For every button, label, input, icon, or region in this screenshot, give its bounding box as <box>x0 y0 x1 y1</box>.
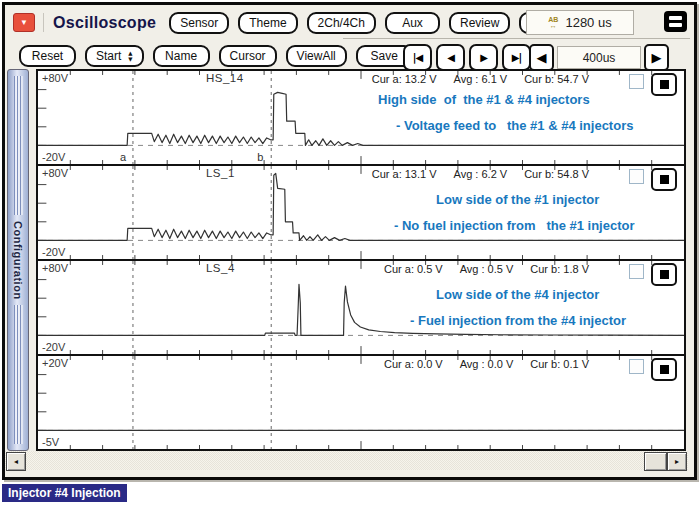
scroll-right-icon[interactable]: ▸ <box>667 452 687 471</box>
channel-4[interactable]: +20V Cur a: 0.0 V Avg : 0.0 V Cur b: 0.1… <box>38 356 684 451</box>
annotation-line: - No fuel injection from the #1 injector <box>394 218 635 233</box>
channel-checkbox[interactable] <box>629 264 644 279</box>
cursor-b-value: Cur b: 0.1 V <box>530 358 589 370</box>
cursor-a-value: Cur a: 13.2 V <box>372 73 437 85</box>
skip-end-button[interactable]: ▶| <box>502 44 531 71</box>
start-button[interactable]: Start▲▼ <box>85 45 144 67</box>
measurement-readout: Cur a: 0.0 V Avg : 0.0 V Cur b: 0.1 V <box>384 358 589 370</box>
channel-2-ls1[interactable]: +80V LS_1 Cur a: 13.1 V Avg : 6.2 V Cur … <box>38 166 684 261</box>
skip-start-button[interactable]: |◀ <box>403 44 432 71</box>
step-back-button[interactable]: ◀ <box>436 44 465 71</box>
cursor-a-value: Cur a: 13.1 V <box>372 168 437 180</box>
aux-button[interactable]: Aux <box>385 12 440 34</box>
ab-time-readout: AB↔ 1280 us <box>526 10 634 35</box>
channel-1-hs14[interactable]: +80V HS_14 Cur a: 13.2 V Avg : 6.1 V Cur… <box>38 71 684 166</box>
measurement-readout: Cur a: 13.1 V Avg : 6.2 V Cur b: 54.8 V <box>372 168 589 180</box>
toolbar-bottom: Reset Start▲▼ Name Cursor ViewAll Save <box>19 43 422 69</box>
v-max-label: +20V <box>42 357 68 369</box>
avg-value: Avg : 6.1 V <box>454 73 508 85</box>
reset-button[interactable]: Reset <box>19 45 76 67</box>
v-max-label: +80V <box>42 167 68 179</box>
ab-measure-icon: AB↔ <box>548 17 558 29</box>
cursor-a-value: Cur a: 0.5 V <box>384 263 443 275</box>
status-badge: Injector #4 Injection <box>2 484 127 502</box>
tab-ridge <box>14 305 23 444</box>
cursor-button[interactable]: Cursor <box>219 45 277 67</box>
timebase-value: 400us <box>557 46 641 69</box>
timebase-selector: ◀ 400us ▶ <box>529 44 669 71</box>
channel-name: LS_4 <box>206 262 235 274</box>
sidebar-label: Configuration <box>12 221 24 300</box>
channel-enable-button[interactable] <box>651 358 677 381</box>
cursor-b-value: Cur b: 1.8 V <box>530 263 589 275</box>
v-min-label: -20V <box>42 341 65 353</box>
spinner-icon[interactable]: ▲▼ <box>128 50 132 62</box>
channel-enable-button[interactable] <box>651 263 677 286</box>
scroll-left-icon[interactable]: ◂ <box>6 452 26 471</box>
v-max-label: +80V <box>42 262 68 274</box>
channel-3-ls4[interactable]: +80V LS_4 Cur a: 0.5 V Avg : 0.5 V Cur b… <box>38 261 684 356</box>
theme-button[interactable]: Theme <box>238 12 297 34</box>
v-max-label: +80V <box>42 72 68 84</box>
sensor-button[interactable]: Sensor <box>169 12 229 34</box>
playback-controls: |◀ ◀ ▶ ▶| <box>403 44 531 71</box>
avg-value: Avg : 6.2 V <box>454 168 508 180</box>
page-title: Oscilloscope <box>53 14 156 32</box>
tab-ridge <box>14 76 23 215</box>
channel-checkbox[interactable] <box>629 169 644 184</box>
v-min-label: -20V <box>42 151 65 163</box>
annotation-line: - Fuel injection from the #4 injector <box>410 313 626 328</box>
window-list-icon[interactable] <box>664 11 687 32</box>
cursor-b-value: Cur b: 54.8 V <box>524 168 589 180</box>
channel-name: LS_1 <box>206 167 235 179</box>
measurement-readout: Cur a: 13.2 V Avg : 6.1 V Cur b: 54.7 V <box>372 73 589 85</box>
cursor-a-value: Cur a: 0.0 V <box>384 358 443 370</box>
channel-checkbox[interactable] <box>629 359 644 374</box>
channel-enable-button[interactable] <box>651 73 677 96</box>
timebase-increase-button[interactable]: ▶ <box>644 44 669 71</box>
channel-name: HS_14 <box>206 72 244 84</box>
annotation-line: - Voltage feed to the #1 & #4 injectors <box>396 118 633 133</box>
ab-time-value: 1280 us <box>565 15 611 30</box>
oscilloscope-window: ▼ Oscilloscope Sensor Theme 2Ch/4Ch Aux … <box>2 2 697 480</box>
v-min-label: -20V <box>42 246 65 258</box>
avg-value: Avg : 0.0 V <box>460 358 514 370</box>
sidebar-configuration-tab[interactable]: Configuration <box>7 69 29 451</box>
measurement-readout: Cur a: 0.5 V Avg : 0.5 V Cur b: 1.8 V <box>384 263 589 275</box>
cursor-b-value: Cur b: 54.7 V <box>524 73 589 85</box>
name-button[interactable]: Name <box>153 45 210 67</box>
app-menu-icon[interactable]: ▼ <box>13 13 35 32</box>
divider <box>43 13 44 32</box>
annotation-line: Low side of the #4 injector <box>436 287 599 302</box>
scope-plot-area: +80V HS_14 Cur a: 13.2 V Avg : 6.1 V Cur… <box>36 69 686 451</box>
v-min-label: -5V <box>42 436 59 448</box>
viewall-button[interactable]: ViewAll <box>286 45 347 67</box>
horizontal-scrollbar[interactable]: ◂ ▸ <box>5 451 688 470</box>
step-forward-button[interactable]: ▶ <box>469 44 498 71</box>
channel-enable-button[interactable] <box>651 168 677 191</box>
annotation-line: Low side of the #1 injector <box>436 192 599 207</box>
avg-value: Avg : 0.5 V <box>460 263 514 275</box>
timebase-decrease-button[interactable]: ◀ <box>529 44 554 71</box>
scrollbar-thumb[interactable] <box>644 452 667 471</box>
annotation-line: High side of the #1 & #4 injectors <box>378 92 590 107</box>
cursor-b-label[interactable]: b <box>257 151 263 163</box>
channel-mode-button[interactable]: 2Ch/4Ch <box>307 12 376 34</box>
review-button[interactable]: Review <box>449 12 510 34</box>
menu-down-icon: ▼ <box>20 18 28 27</box>
cursor-a-label[interactable]: a <box>120 151 126 163</box>
channel-checkbox[interactable] <box>629 74 644 89</box>
divider <box>343 38 690 39</box>
